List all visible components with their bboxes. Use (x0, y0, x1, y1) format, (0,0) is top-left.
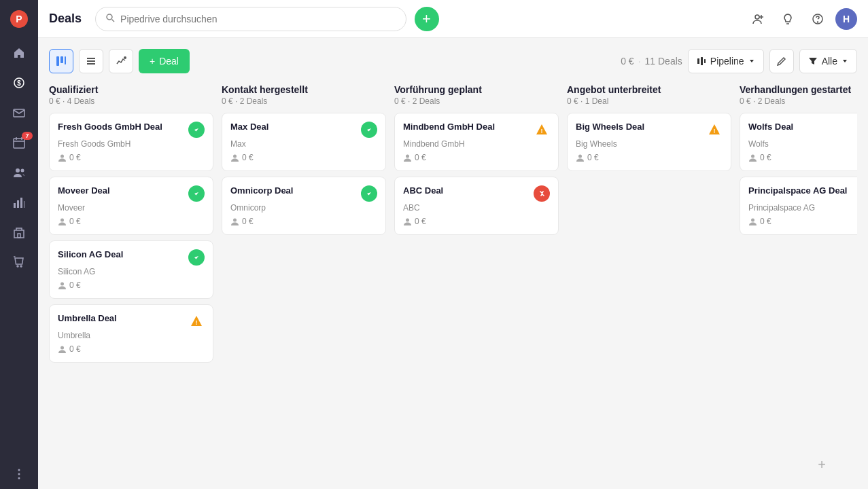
status-icon-warning: ! (534, 122, 550, 138)
deal-amount: 0 € (760, 153, 771, 162)
pipeline-button[interactable]: Pipeline (688, 49, 764, 73)
svg-rect-28 (87, 60, 95, 62)
column-qualifiziert: Qualifiziert 0 € · 4 Deals Fresh Goods G… (49, 84, 213, 478)
search-bar[interactable] (95, 7, 406, 31)
column-cards: Big Wheels Deal ! Big Wheels 0 € (567, 113, 731, 478)
deal-name: Umbrella Deal (58, 313, 117, 325)
status-icon-green (361, 122, 377, 138)
svg-rect-8 (14, 203, 16, 208)
person-icon (748, 153, 757, 162)
svg-point-7 (21, 169, 24, 173)
kanban-view-button[interactable] (49, 49, 73, 73)
bulb-button[interactable] (776, 7, 800, 31)
sidebar-item-deals[interactable]: $ (0, 68, 38, 98)
svg-rect-29 (87, 63, 95, 65)
toolbar-stats: 0 € · 11 Deals (621, 56, 682, 67)
column-title: Vorführung geplant (394, 84, 559, 95)
help-button[interactable] (805, 7, 830, 31)
svg-point-15 (20, 266, 22, 267)
svg-text:!: ! (714, 128, 716, 134)
page-title: Deals (49, 12, 82, 26)
svg-point-19 (107, 14, 112, 20)
deal-amount: 0 € (760, 217, 771, 226)
svg-point-18 (18, 477, 20, 479)
forecast-view-button[interactable] (109, 49, 133, 73)
deal-card[interactable]: ABC Deal ABC 0 € (394, 177, 559, 235)
pipeline-label: Pipeline (710, 56, 744, 67)
svg-rect-31 (697, 58, 699, 64)
svg-rect-25 (60, 56, 63, 63)
deal-company: Wolfs (748, 139, 857, 149)
more-icon (12, 467, 26, 481)
column-title: Verhandlungen gestartet (740, 84, 857, 95)
add-button[interactable]: + (415, 7, 439, 31)
column-cards: Wolfs Deal Wolfs 0 € Principalspace AG D… (740, 113, 857, 448)
sidebar-item-home[interactable] (0, 38, 38, 68)
deal-footer: 0 € (403, 153, 550, 162)
deal-company: Moveer (58, 203, 205, 213)
sidebar-item-more[interactable] (0, 459, 38, 489)
add-deal-button[interactable]: + Deal (139, 49, 190, 73)
status-icon-green (188, 185, 205, 202)
sidebar-item-companies[interactable] (0, 217, 38, 247)
add-users-button[interactable] (746, 7, 770, 31)
deal-amount: 0 € (69, 344, 81, 354)
sidebar-item-mail[interactable] (0, 98, 38, 128)
deal-amount: 0 € (415, 217, 426, 226)
deal-card[interactable]: Silicon AG Deal Silicon AG 0 € (49, 240, 213, 299)
add-card-button[interactable]: + (740, 451, 857, 478)
deal-company: Silicon AG (58, 267, 205, 276)
deal-card[interactable]: Moveer Deal Moveer 0 € (49, 177, 213, 235)
sidebar-item-products[interactable] (0, 247, 38, 277)
sidebar-item-contacts[interactable] (0, 158, 38, 187)
filter-button[interactable]: Alle (799, 49, 857, 73)
topbar-actions: H (746, 7, 857, 31)
column-header: Vorführung geplant 0 € · 2 Deals (394, 84, 559, 113)
list-view-button[interactable] (79, 49, 103, 73)
deal-card-header: Mindbend GmbH Deal ! (403, 122, 550, 138)
user-avatar[interactable]: H (835, 8, 857, 30)
deal-name: Mindbend GmbH Deal (403, 122, 495, 133)
products-icon (12, 255, 26, 269)
deal-card[interactable]: Max Deal Max 0 € (222, 113, 386, 171)
person-icon (403, 217, 412, 226)
person-icon (58, 345, 67, 354)
svg-text:P: P (16, 14, 22, 24)
deal-card[interactable]: Fresh Goods GmbH Deal Fresh Goods GmbH 0… (49, 113, 213, 171)
column-header: Angebot unterbreitet 0 € · 1 Deal (567, 84, 731, 113)
column-angebot: Angebot unterbreitet 0 € · 1 Deal Big Wh… (567, 84, 731, 478)
deal-footer: 0 € (576, 153, 723, 162)
column-meta: 0 € · 2 Deals (222, 96, 386, 106)
svg-point-21 (755, 15, 759, 19)
stats-count: 11 Deals (645, 56, 682, 67)
svg-point-16 (18, 469, 20, 471)
deal-amount: 0 € (69, 153, 81, 162)
deal-company: Umbrella (58, 331, 205, 340)
person-icon (403, 153, 412, 162)
deal-card[interactable]: Omnicorp Deal Omnicorp 0 € (222, 177, 386, 235)
deal-amount: 0 € (242, 153, 254, 162)
edit-button[interactable] (769, 49, 794, 73)
column-meta: 0 € · 1 Deal (567, 96, 731, 106)
search-input[interactable] (120, 14, 396, 24)
status-icon-warning: ! (188, 313, 205, 329)
deal-company: Principalspace AG (748, 203, 857, 213)
sidebar-item-calendar[interactable]: 7 (0, 128, 38, 158)
deal-name: Principalspace AG Deal (748, 185, 847, 197)
deal-card[interactable]: Mindbend GmbH Deal ! Mindbend GmbH 0 € (394, 113, 559, 171)
svg-point-48 (751, 218, 754, 221)
deal-card[interactable]: Umbrella Deal ! Umbrella 0 € (49, 304, 213, 363)
mail-icon (12, 106, 26, 120)
deal-card[interactable]: Wolfs Deal Wolfs 0 € (740, 113, 857, 171)
calendar-badge: 7 (22, 132, 33, 140)
deal-card[interactable]: Big Wheels Deal ! Big Wheels 0 € (567, 113, 731, 171)
person-icon (230, 153, 239, 162)
svg-rect-11 (24, 201, 24, 208)
add-deal-label: Deal (159, 56, 179, 67)
sidebar-item-reports[interactable] (0, 187, 38, 217)
sidebar: P $ 7 (0, 0, 38, 489)
svg-rect-32 (701, 57, 703, 65)
deal-card[interactable]: Principalspace AG Deal ! Principalspace … (740, 177, 857, 235)
add-card-icon: + (818, 457, 826, 473)
deal-amount: 0 € (415, 153, 426, 162)
